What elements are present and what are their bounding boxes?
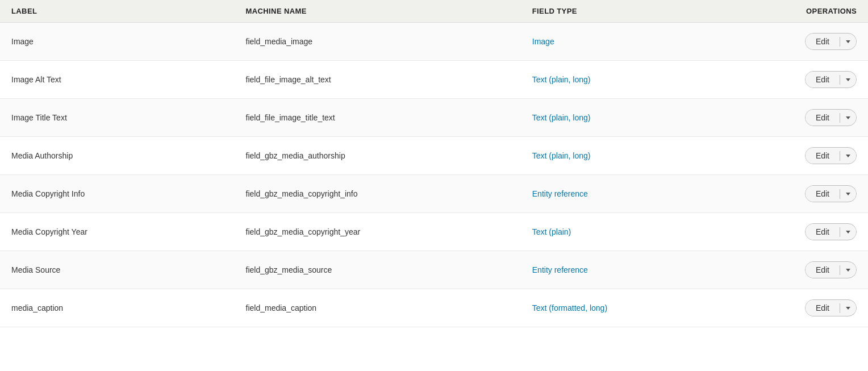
chevron-down-icon [846,193,850,195]
col-header-operations: OPERATIONS [738,0,868,23]
cell-field-type: Entity reference [521,251,738,289]
table-row: Image Title Text field_file_image_title_… [0,99,868,137]
cell-label: Image [0,23,235,61]
dropdown-button[interactable] [840,189,856,199]
field-type-link[interactable]: Text (plain, long) [532,113,591,122]
col-header-label: LABEL [0,0,235,23]
table-row: Media Copyright Info field_gbz_media_cop… [0,175,868,213]
table-row: Image Alt Text field_file_image_alt_text… [0,61,868,99]
chevron-down-icon [846,231,850,234]
cell-operations: Edit [738,213,868,251]
table-header-row: LABEL MACHINE NAME FIELD TYPE OPERATIONS [0,0,868,23]
edit-btn-group: Edit [805,185,857,202]
cell-field-type: Text (plain, long) [521,99,738,137]
cell-label: media_caption [0,289,235,327]
cell-field-type: Text (plain, long) [521,61,738,99]
field-type-link[interactable]: Text (plain, long) [532,151,591,160]
edit-button[interactable]: Edit [806,148,840,164]
cell-machine-name: field_gbz_media_authorship [235,137,521,175]
cell-field-type: Entity reference [521,175,738,213]
edit-btn-group: Edit [805,147,857,164]
edit-btn-group: Edit [805,223,857,240]
cell-operations: Edit [738,175,868,213]
cell-machine-name: field_gbz_media_copyright_info [235,175,521,213]
chevron-down-icon [846,78,850,81]
cell-machine-name: field_media_caption [235,289,521,327]
fields-table-container: LABEL MACHINE NAME FIELD TYPE OPERATIONS… [0,0,868,371]
cell-label: Media Copyright Info [0,175,235,213]
col-header-machine-name: MACHINE NAME [235,0,521,23]
cell-label: Media Source [0,251,235,289]
field-type-link[interactable]: Text (formatted, long) [532,303,607,312]
cell-operations: Edit [738,137,868,175]
col-header-field-type: FIELD TYPE [521,0,738,23]
cell-operations: Edit [738,99,868,137]
cell-machine-name: field_file_image_alt_text [235,61,521,99]
cell-field-type: Image [521,23,738,61]
cell-operations: Edit [738,289,868,327]
field-type-link[interactable]: Text (plain) [532,227,571,236]
dropdown-button[interactable] [840,75,856,85]
cell-machine-name: field_gbz_media_source [235,251,521,289]
edit-button[interactable]: Edit [806,34,840,49]
cell-operations: Edit [738,251,868,289]
chevron-down-icon [846,269,850,272]
edit-button[interactable]: Edit [806,262,840,278]
dropdown-button[interactable] [840,151,856,161]
table-row: Image field_media_image Image Edit [0,23,868,61]
edit-btn-group: Edit [805,261,857,278]
edit-btn-group: Edit [805,109,857,126]
cell-machine-name: field_media_image [235,23,521,61]
edit-button[interactable]: Edit [806,72,840,87]
edit-btn-group: Edit [805,33,857,50]
cell-machine-name: field_gbz_media_copyright_year [235,213,521,251]
field-type-link[interactable]: Text (plain, long) [532,75,591,84]
cell-field-type: Text (formatted, long) [521,289,738,327]
edit-button[interactable]: Edit [806,186,840,202]
cell-field-type: Text (plain) [521,213,738,251]
chevron-down-icon [846,155,850,157]
dropdown-button[interactable] [840,113,856,123]
cell-label: Media Authorship [0,137,235,175]
cell-field-type: Text (plain, long) [521,137,738,175]
edit-button[interactable]: Edit [806,110,840,126]
cell-label: Media Copyright Year [0,213,235,251]
field-type-link[interactable]: Entity reference [532,265,588,274]
chevron-down-icon [846,307,850,310]
dropdown-button[interactable] [840,265,856,275]
field-type-link[interactable]: Image [532,37,554,46]
cell-label: Image Title Text [0,99,235,137]
edit-btn-group: Edit [805,299,857,316]
cell-label: Image Alt Text [0,61,235,99]
cell-machine-name: field_file_image_title_text [235,99,521,137]
dropdown-button[interactable] [840,227,856,237]
dropdown-button[interactable] [840,303,856,313]
table-row: media_caption field_media_caption Text (… [0,289,868,327]
table-row: Media Authorship field_gbz_media_authors… [0,137,868,175]
chevron-down-icon [846,40,850,43]
edit-button[interactable]: Edit [806,300,840,316]
chevron-down-icon [846,116,850,119]
table-row: Media Copyright Year field_gbz_media_cop… [0,213,868,251]
cell-operations: Edit [738,61,868,99]
dropdown-button[interactable] [840,37,856,47]
field-type-link[interactable]: Entity reference [532,189,588,198]
table-row: Media Source field_gbz_media_source Enti… [0,251,868,289]
edit-button[interactable]: Edit [806,224,840,240]
cell-operations: Edit [738,23,868,61]
edit-btn-group: Edit [805,71,857,88]
fields-table: LABEL MACHINE NAME FIELD TYPE OPERATIONS… [0,0,868,327]
